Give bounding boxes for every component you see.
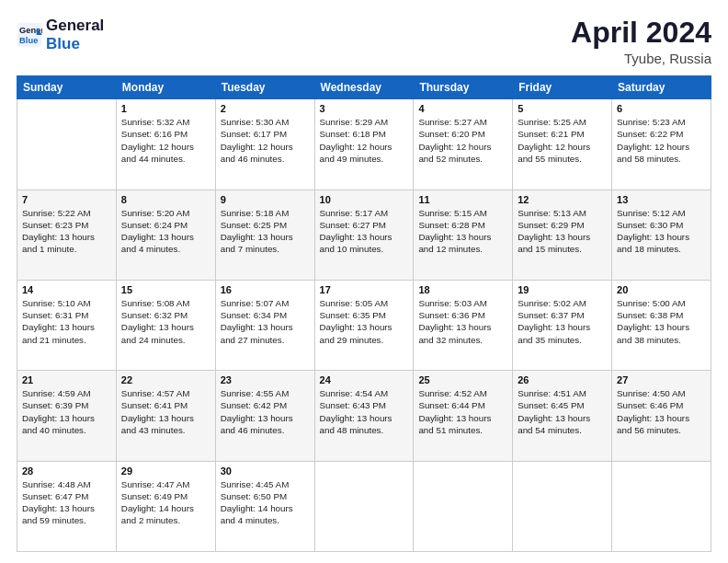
day-number: 23 bbox=[221, 374, 310, 385]
day-number: 29 bbox=[121, 465, 210, 477]
day-number: 13 bbox=[617, 194, 706, 205]
day-info: Sunrise: 5:17 AM Sunset: 6:27 PM Dayligh… bbox=[320, 207, 409, 256]
calendar-cell bbox=[314, 461, 414, 551]
calendar-cell: 23 Sunrise: 4:55 AM Sunset: 6:42 PM Dayl… bbox=[215, 371, 314, 461]
logo-blue: Blue bbox=[46, 35, 104, 53]
calendar-cell: 13 Sunrise: 5:12 AM Sunset: 6:30 PM Dayl… bbox=[612, 190, 711, 280]
day-info: Sunrise: 4:48 AM Sunset: 6:47 PM Dayligh… bbox=[22, 478, 111, 527]
calendar-cell: 22 Sunrise: 4:57 AM Sunset: 6:41 PM Dayl… bbox=[116, 371, 215, 461]
day-number: 8 bbox=[121, 194, 210, 205]
day-info: Sunrise: 5:18 AM Sunset: 6:25 PM Dayligh… bbox=[221, 207, 310, 256]
day-info: Sunrise: 5:02 AM Sunset: 6:37 PM Dayligh… bbox=[518, 297, 607, 346]
day-number: 17 bbox=[320, 284, 409, 295]
day-info: Sunrise: 5:10 AM Sunset: 6:31 PM Dayligh… bbox=[22, 297, 111, 346]
day-info: Sunrise: 5:29 AM Sunset: 6:18 PM Dayligh… bbox=[320, 116, 409, 165]
calendar-cell bbox=[414, 461, 513, 551]
calendar-cell: 26 Sunrise: 4:51 AM Sunset: 6:45 PM Dayl… bbox=[513, 371, 612, 461]
day-number: 9 bbox=[221, 194, 310, 205]
logo-general: General bbox=[46, 17, 104, 35]
day-info: Sunrise: 4:50 AM Sunset: 6:46 PM Dayligh… bbox=[617, 387, 706, 436]
day-info: Sunrise: 4:52 AM Sunset: 6:44 PM Dayligh… bbox=[418, 387, 507, 436]
day-info: Sunrise: 5:00 AM Sunset: 6:38 PM Dayligh… bbox=[617, 297, 706, 346]
day-number: 1 bbox=[121, 103, 210, 114]
calendar-cell: 18 Sunrise: 5:03 AM Sunset: 6:36 PM Dayl… bbox=[414, 280, 513, 370]
weekday-header-saturday: Saturday bbox=[612, 76, 711, 99]
weekday-header-wednesday: Wednesday bbox=[314, 76, 414, 99]
day-info: Sunrise: 5:27 AM Sunset: 6:20 PM Dayligh… bbox=[418, 116, 507, 165]
day-info: Sunrise: 5:20 AM Sunset: 6:24 PM Dayligh… bbox=[121, 207, 210, 256]
logo: General Blue General Blue bbox=[17, 17, 104, 52]
day-info: Sunrise: 5:05 AM Sunset: 6:35 PM Dayligh… bbox=[320, 297, 409, 346]
day-number: 10 bbox=[320, 194, 409, 205]
weekday-header-friday: Friday bbox=[513, 76, 612, 99]
calendar-cell: 27 Sunrise: 4:50 AM Sunset: 6:46 PM Dayl… bbox=[612, 371, 711, 461]
day-number: 14 bbox=[22, 284, 111, 295]
calendar-cell: 16 Sunrise: 5:07 AM Sunset: 6:34 PM Dayl… bbox=[215, 280, 314, 370]
page-subtitle: Tyube, Russia bbox=[571, 51, 711, 66]
day-number: 25 bbox=[418, 374, 507, 385]
calendar-cell: 12 Sunrise: 5:13 AM Sunset: 6:29 PM Dayl… bbox=[513, 190, 612, 280]
calendar-cell: 8 Sunrise: 5:20 AM Sunset: 6:24 PM Dayli… bbox=[116, 190, 215, 280]
weekday-header-monday: Monday bbox=[116, 76, 215, 99]
day-number: 19 bbox=[518, 284, 607, 295]
day-info: Sunrise: 5:03 AM Sunset: 6:36 PM Dayligh… bbox=[418, 297, 507, 346]
day-info: Sunrise: 4:59 AM Sunset: 6:39 PM Dayligh… bbox=[22, 387, 111, 436]
calendar-cell: 10 Sunrise: 5:17 AM Sunset: 6:27 PM Dayl… bbox=[314, 190, 414, 280]
calendar-cell: 24 Sunrise: 4:54 AM Sunset: 6:43 PM Dayl… bbox=[314, 371, 414, 461]
day-number: 11 bbox=[418, 194, 507, 205]
day-info: Sunrise: 5:32 AM Sunset: 6:16 PM Dayligh… bbox=[121, 116, 210, 165]
calendar-cell: 14 Sunrise: 5:10 AM Sunset: 6:31 PM Dayl… bbox=[17, 280, 117, 370]
day-info: Sunrise: 4:51 AM Sunset: 6:45 PM Dayligh… bbox=[518, 387, 607, 436]
day-info: Sunrise: 4:47 AM Sunset: 6:49 PM Dayligh… bbox=[121, 478, 210, 527]
day-info: Sunrise: 5:15 AM Sunset: 6:28 PM Dayligh… bbox=[418, 207, 507, 256]
day-info: Sunrise: 5:13 AM Sunset: 6:29 PM Dayligh… bbox=[518, 207, 607, 256]
calendar-cell bbox=[17, 99, 117, 190]
calendar-cell: 4 Sunrise: 5:27 AM Sunset: 6:20 PM Dayli… bbox=[414, 99, 513, 190]
day-info: Sunrise: 4:55 AM Sunset: 6:42 PM Dayligh… bbox=[221, 387, 310, 436]
day-number: 27 bbox=[617, 374, 706, 385]
day-number: 7 bbox=[22, 194, 111, 205]
day-number: 3 bbox=[320, 103, 409, 114]
calendar-cell: 19 Sunrise: 5:02 AM Sunset: 6:37 PM Dayl… bbox=[513, 280, 612, 370]
calendar-cell bbox=[612, 461, 711, 551]
day-info: Sunrise: 4:54 AM Sunset: 6:43 PM Dayligh… bbox=[320, 387, 409, 436]
logo-icon: General Blue bbox=[17, 22, 42, 48]
calendar-cell: 1 Sunrise: 5:32 AM Sunset: 6:16 PM Dayli… bbox=[116, 99, 215, 190]
weekday-header-thursday: Thursday bbox=[414, 76, 513, 99]
calendar-cell: 5 Sunrise: 5:25 AM Sunset: 6:21 PM Dayli… bbox=[513, 99, 612, 190]
calendar-cell: 7 Sunrise: 5:22 AM Sunset: 6:23 PM Dayli… bbox=[17, 190, 117, 280]
weekday-header-sunday: Sunday bbox=[17, 76, 117, 99]
calendar-cell: 28 Sunrise: 4:48 AM Sunset: 6:47 PM Dayl… bbox=[17, 461, 117, 551]
calendar-cell: 9 Sunrise: 5:18 AM Sunset: 6:25 PM Dayli… bbox=[215, 190, 314, 280]
calendar-cell: 11 Sunrise: 5:15 AM Sunset: 6:28 PM Dayl… bbox=[414, 190, 513, 280]
calendar-cell: 6 Sunrise: 5:23 AM Sunset: 6:22 PM Dayli… bbox=[612, 99, 711, 190]
day-info: Sunrise: 5:12 AM Sunset: 6:30 PM Dayligh… bbox=[617, 207, 706, 256]
header: General Blue General Blue April 2024 Tyu… bbox=[17, 17, 711, 66]
day-number: 4 bbox=[418, 103, 507, 114]
day-number: 15 bbox=[121, 284, 210, 295]
day-info: Sunrise: 5:22 AM Sunset: 6:23 PM Dayligh… bbox=[22, 207, 111, 256]
day-number: 22 bbox=[121, 374, 210, 385]
day-info: Sunrise: 5:30 AM Sunset: 6:17 PM Dayligh… bbox=[221, 116, 310, 165]
day-number: 21 bbox=[22, 374, 111, 385]
calendar-cell: 3 Sunrise: 5:29 AM Sunset: 6:18 PM Dayli… bbox=[314, 99, 414, 190]
day-number: 5 bbox=[518, 103, 607, 114]
calendar-cell: 21 Sunrise: 4:59 AM Sunset: 6:39 PM Dayl… bbox=[17, 371, 117, 461]
day-info: Sunrise: 5:25 AM Sunset: 6:21 PM Dayligh… bbox=[518, 116, 607, 165]
calendar-cell: 25 Sunrise: 4:52 AM Sunset: 6:44 PM Dayl… bbox=[414, 371, 513, 461]
day-number: 18 bbox=[418, 284, 507, 295]
calendar-cell: 20 Sunrise: 5:00 AM Sunset: 6:38 PM Dayl… bbox=[612, 280, 711, 370]
day-number: 12 bbox=[518, 194, 607, 205]
calendar-cell: 17 Sunrise: 5:05 AM Sunset: 6:35 PM Dayl… bbox=[314, 280, 414, 370]
title-block: April 2024 Tyube, Russia bbox=[571, 17, 711, 66]
page-title: April 2024 bbox=[571, 17, 711, 49]
day-number: 30 bbox=[221, 465, 310, 477]
day-info: Sunrise: 5:08 AM Sunset: 6:32 PM Dayligh… bbox=[121, 297, 210, 346]
calendar-cell: 29 Sunrise: 4:47 AM Sunset: 6:49 PM Dayl… bbox=[116, 461, 215, 551]
day-info: Sunrise: 4:57 AM Sunset: 6:41 PM Dayligh… bbox=[121, 387, 210, 436]
day-number: 2 bbox=[221, 103, 310, 114]
day-number: 26 bbox=[518, 374, 607, 385]
day-number: 24 bbox=[320, 374, 409, 385]
calendar-cell bbox=[513, 461, 612, 551]
day-info: Sunrise: 4:45 AM Sunset: 6:50 PM Dayligh… bbox=[221, 478, 310, 527]
